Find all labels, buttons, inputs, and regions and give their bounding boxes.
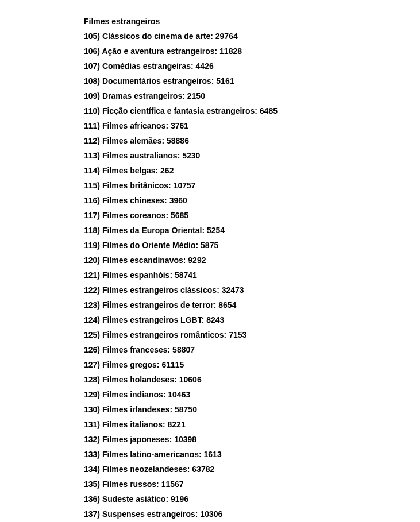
list-item: 126) Filmes franceses: 58807: [84, 342, 420, 357]
item-label: Filmes africanos: [102, 121, 166, 130]
item-label: Comédias estrangeiras: [102, 61, 191, 71]
list-item: 125) Filmes estrangeiros românticos: 715…: [84, 327, 420, 342]
item-number: 135: [84, 480, 97, 489]
item-label: Filmes coreanos: [102, 211, 166, 220]
separator-paren: ): [97, 151, 102, 160]
list-item: 105) Clássicos do cinema de arte: 29764: [84, 29, 420, 44]
list-item: 118) Filmes da Europa Oriental: 5254: [84, 223, 420, 238]
list-item: 132) Filmes japoneses: 10398: [84, 432, 420, 447]
list-item: 127) Filmes gregos: 61115: [84, 357, 420, 372]
list-item: 117) Filmes coreanos: 5685: [84, 208, 420, 223]
list-item: 128) Filmes holandeses: 10606: [84, 372, 420, 387]
list-item: 121) Filmes espanhóis: 58741: [84, 268, 420, 283]
item-number: 109: [84, 91, 97, 100]
item-number: 111: [84, 121, 97, 130]
item-label: Filmes chineses: [102, 196, 164, 205]
item-number: 119: [84, 241, 97, 250]
item-code: 10398: [174, 435, 196, 444]
separator-colon: :: [169, 435, 175, 444]
item-code: 10463: [168, 390, 190, 399]
separator-colon: :: [174, 375, 179, 384]
item-code: 58886: [167, 136, 189, 145]
item-label: Filmes estrangeiros de terror: [102, 300, 214, 310]
item-code: 5230: [182, 151, 200, 160]
item-number: 131: [84, 420, 97, 429]
item-code: 8243: [206, 315, 224, 324]
item-code: 63782: [192, 465, 214, 474]
separator-colon: :: [169, 270, 175, 280]
separator-paren: ): [97, 480, 102, 489]
item-label: Filmes australianos: [102, 151, 178, 160]
item-code: 262: [160, 166, 174, 175]
list-item: 124) Filmes estrangeiros LGBT: 8243: [84, 312, 420, 327]
list-item: 106) Ação e aventura estrangeiros: 11828: [84, 44, 420, 59]
item-label: Filmes gregos: [102, 360, 157, 369]
separator-paren: ): [97, 106, 102, 115]
separator-paren: ): [97, 285, 102, 295]
item-label: Filmes belgas: [102, 166, 156, 175]
list-item: 107) Comédias estrangeiras: 4426: [84, 59, 420, 74]
item-number: 122: [84, 285, 97, 295]
list-item: 137) Suspenses estrangeiros: 10306: [84, 506, 420, 521]
separator-paren: ): [97, 405, 102, 414]
item-label: Filmes holandeses: [102, 375, 174, 384]
item-number: 132: [84, 435, 97, 444]
list-item: 129) Filmes indianos: 10463: [84, 387, 420, 402]
separator-paren: ): [97, 211, 102, 220]
separator-paren: ): [97, 226, 102, 235]
item-number: 124: [84, 315, 97, 324]
item-code: 8221: [168, 420, 186, 429]
separator-paren: ): [97, 166, 102, 175]
item-number: 136: [84, 494, 97, 504]
item-label: Filmes franceses: [102, 345, 168, 354]
item-label: Ficção científica e fantasia estrangeiro…: [102, 106, 255, 115]
separator-paren: ): [97, 465, 102, 474]
item-number: 125: [84, 330, 97, 339]
separator-colon: :: [168, 345, 173, 354]
item-code: 10757: [174, 181, 196, 190]
separator-paren: ): [97, 136, 102, 145]
separator-paren: ): [97, 315, 102, 324]
separator-colon: :: [199, 450, 204, 459]
separator-colon: :: [169, 405, 175, 414]
separator-colon: :: [163, 420, 168, 429]
item-label: Filmes italianos: [102, 420, 163, 429]
item-label: Filmes do Oriente Médio: [102, 241, 196, 250]
item-code: 1613: [204, 450, 222, 459]
item-code: 32473: [222, 285, 244, 295]
item-number: 113: [84, 151, 97, 160]
item-label: Dramas estrangeiros: [102, 91, 182, 100]
list-item: 115) Filmes britânicos: 10757: [84, 178, 420, 193]
item-code: 9196: [171, 494, 188, 504]
item-number: 108: [84, 76, 97, 86]
separator-colon: :: [202, 226, 207, 235]
list-item: 108) Documentários estrangeiros: 5161: [84, 74, 420, 88]
separator-colon: :: [196, 241, 201, 250]
list-item: 133) Filmes latino-americanos: 1613: [84, 447, 420, 462]
items-list: 105) Clássicos do cinema de arte: 297641…: [84, 29, 420, 521]
separator-paren: ): [97, 509, 102, 519]
item-label: Ação e aventura estrangeiros: [102, 47, 214, 56]
separator-colon: :: [224, 330, 229, 339]
separator-colon: :: [191, 61, 196, 71]
separator-paren: ): [97, 390, 102, 399]
item-label: Filmes neozelandeses: [102, 465, 187, 474]
list-item: 135) Filmes russos: 11567: [84, 477, 420, 492]
separator-paren: ): [97, 181, 102, 190]
item-label: Filmes irlandeses: [102, 405, 170, 414]
item-number: 110: [84, 106, 97, 115]
list-item: 111) Filmes africanos: 3761: [84, 118, 420, 133]
separator-paren: ): [97, 32, 102, 41]
item-label: Filmes japoneses: [102, 435, 169, 444]
item-code: 58741: [175, 270, 197, 280]
separator-colon: :: [165, 121, 171, 130]
separator-colon: :: [178, 151, 183, 160]
item-code: 58750: [175, 405, 197, 414]
separator-paren: ): [97, 256, 102, 265]
item-label: Filmes russos: [102, 480, 156, 489]
item-label: Documentários estrangeiros: [102, 76, 211, 86]
list-item: 122) Filmes estrangeiros clássicos: 3247…: [84, 283, 420, 297]
list-item: 112) Filmes alemães: 58886: [84, 133, 420, 148]
item-label: Filmes britânicos: [102, 181, 168, 190]
item-number: 129: [84, 390, 97, 399]
